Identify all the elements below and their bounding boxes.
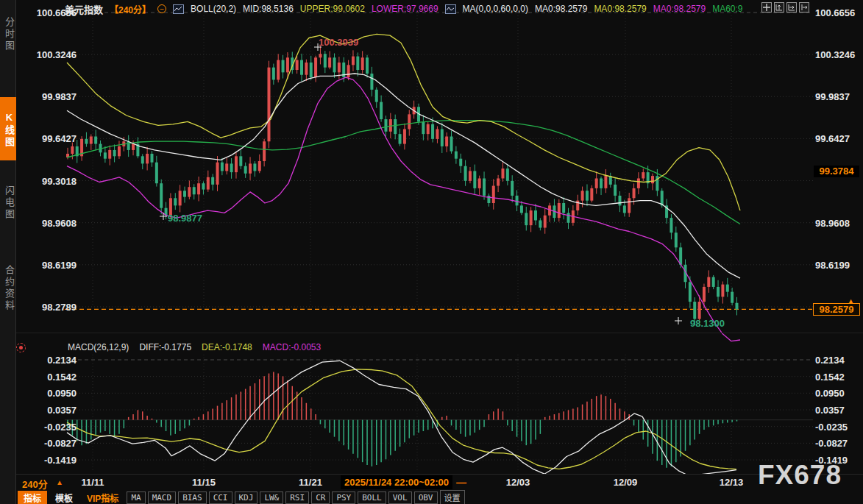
sidebar-tab-4[interactable]: 合约资料 — [0, 245, 16, 329]
period-label: 【240分】 — [110, 3, 151, 15]
indicator-button-BIAS[interactable]: BIAS — [178, 491, 207, 504]
indicator-button-设置[interactable]: 设置 — [440, 490, 465, 504]
sidebar-tab-3[interactable]: 闪电图 — [0, 169, 16, 234]
boll-upper-value: UPPER:99.0602 — [300, 4, 365, 14]
indicator-toolbar: 指标模板VIP指标MAMACDBIASCCIKDJLW&RSICRPSYBOLL… — [18, 491, 465, 504]
macd-header: MACD(26,12,9) DIFF:-0.1775 DEA:-0.1748 M… — [68, 342, 321, 352]
trading-terminal: 分时图K线图闪电图合约资料 美元指数 【240分】 − BOLL(20,2) M… — [0, 0, 863, 504]
indicator-button-BOLL[interactable]: BOLL — [358, 491, 386, 504]
crosshair-date-tag: 2025/11/24 22:00~02:00 — [341, 475, 452, 489]
boll-label: BOLL(20,2) — [191, 4, 236, 14]
collapse-icon[interactable]: − — [157, 4, 166, 13]
indicator-button-KDJ[interactable]: KDJ — [235, 491, 258, 504]
indicator-button-RSI[interactable]: RSI — [285, 491, 309, 504]
pan-right-icon[interactable] — [799, 2, 809, 13]
indicator-button-PSY[interactable]: PSY — [332, 491, 355, 504]
toolbar-tab-模板[interactable]: 模板 — [49, 491, 79, 504]
time-axis: 240分 ▲ 2025/11/24 22:00~02:00 — 11/1111/… — [0, 474, 863, 490]
crosshair-date-dash: — — [456, 477, 466, 489]
ma0-value-2: MA0:98.2579 — [594, 4, 646, 14]
date-label: 11/15 — [192, 477, 216, 488]
watermark-logo: FX678 — [758, 460, 842, 491]
date-label: 12/09 — [614, 477, 638, 488]
macd-settings-icon[interactable] — [16, 343, 26, 352]
price-up-arrow-icon: ▲ — [848, 297, 854, 305]
move-icon[interactable] — [761, 2, 772, 13]
sidebar: 分时图K线图闪电图合约资料 — [0, 0, 16, 504]
boll-indicator-icon[interactable] — [173, 4, 184, 14]
ma-indicator-icon[interactable] — [445, 4, 456, 14]
indicator-button-MACD[interactable]: MACD — [148, 491, 177, 504]
period-dropdown-icon[interactable]: ▲ — [56, 478, 63, 486]
macd-dea-value: DEA:-0.1748 — [202, 342, 252, 352]
indicator-button-CCI[interactable]: CCI — [209, 491, 232, 504]
symbol-name: 美元指数 — [65, 2, 103, 16]
annotation-high: 100.3939 — [319, 37, 358, 48]
ma0-value-1: MA0:98.2579 — [535, 4, 587, 14]
macd-macd-value: MACD:-0.0053 — [263, 342, 321, 352]
indicator-button-OBV[interactable]: OBV — [414, 491, 438, 504]
date-label: 12/13 — [720, 477, 744, 488]
ma60-value: MA60:9 — [712, 4, 742, 14]
indicator-button-CR[interactable]: CR — [311, 491, 330, 504]
sidebar-tab-2[interactable]: K线图 — [0, 97, 16, 160]
indicator-header: 美元指数 【240分】 − BOLL(20,2) MID:98.5136 UPP… — [65, 2, 743, 15]
ma-label: MA(0,0,0,60,0,0) — [463, 4, 528, 14]
date-label: 12/03 — [506, 477, 530, 488]
ma0-value-3: MA0:98.2579 — [653, 4, 706, 14]
boll-mid-value: MID:98.5136 — [243, 4, 294, 14]
zoom-horizontal-icon[interactable] — [786, 2, 797, 13]
sidebar-tab-1[interactable]: 分时图 — [0, 4, 16, 63]
annotation-low-1: 98.9877 — [168, 213, 202, 224]
toolbar-tab-VIP指标[interactable]: VIP指标 — [81, 491, 124, 504]
chart-controls — [761, 2, 809, 13]
indicator-button-VOL[interactable]: VOL — [388, 491, 412, 504]
boll-lower-value: LOWER:97.9669 — [372, 4, 438, 14]
toolbar-tab-指标[interactable]: 指标 — [18, 491, 47, 504]
date-label: 11/11 — [81, 477, 104, 488]
period-selector[interactable]: 240分 — [22, 477, 48, 491]
macd-label: MACD(26,12,9) — [68, 342, 129, 352]
macd-diff-value: DIFF:-0.1775 — [139, 342, 191, 352]
chart-canvas[interactable] — [0, 0, 863, 504]
date-label: 11/21 — [299, 477, 322, 488]
indicator-button-MA[interactable]: MA — [127, 491, 145, 504]
zoom-vertical-icon[interactable] — [774, 2, 784, 13]
panel-divider — [16, 333, 863, 333]
last-price-tag: 98.2579 — [813, 303, 860, 316]
indicator-button-LW&[interactable]: LW& — [260, 491, 283, 504]
annotation-low-2: 98.1300 — [690, 318, 725, 329]
